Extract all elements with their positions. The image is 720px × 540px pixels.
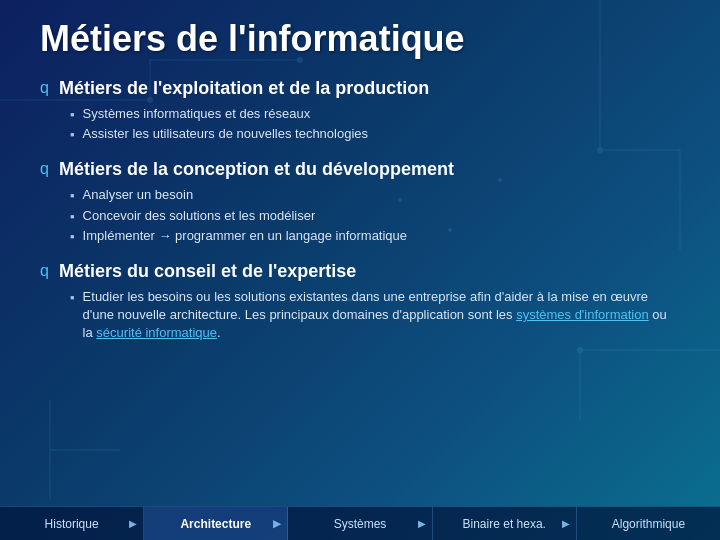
sub-item-text: Concevoir des solutions et les modéliser [83, 207, 316, 225]
sub-bullet-icon: ▪ [70, 209, 75, 224]
section-exploitation: q Métiers de l'exploitation et de la pro… [40, 78, 680, 145]
slide: Métiers de l'informatique q Métiers de l… [0, 0, 720, 540]
nav-separator-1: ▶ [129, 518, 137, 529]
sub-bullet-icon: ▪ [70, 127, 75, 142]
sub-item-text: Implémenter → programmer en un langage i… [83, 227, 407, 245]
nav-label-algorithmique: Algorithmique [612, 517, 685, 531]
nav-item-systemes[interactable]: Systèmes ▶ [288, 507, 432, 540]
link-securite-informatique[interactable]: sécurité informatique [96, 325, 217, 340]
sub-bullet-icon: ▪ [70, 188, 75, 203]
section-2-title: Métiers de la conception et du développe… [59, 159, 454, 180]
section-2-heading: q Métiers de la conception et du dévelop… [40, 159, 680, 180]
section-conception: q Métiers de la conception et du dévelop… [40, 159, 680, 247]
list-item: ▪ Implémenter → programmer en un langage… [70, 227, 680, 245]
sub-bullet-icon: ▪ [70, 290, 75, 305]
bottom-navigation: Historique ▶ Architecture ▶ Systèmes ▶ B… [0, 506, 720, 540]
nav-separator-4: ▶ [562, 518, 570, 529]
list-item: ▪ Concevoir des solutions et les modélis… [70, 207, 680, 225]
link-systemes-information[interactable]: systèmes d'information [516, 307, 649, 322]
nav-label-architecture: Architecture [180, 517, 251, 531]
nav-label-historique: Historique [45, 517, 99, 531]
sub-bullet-icon: ▪ [70, 107, 75, 122]
bullet-q-2: q [40, 160, 49, 178]
bullet-q-3: q [40, 262, 49, 280]
section-3-title: Métiers du conseil et de l'expertise [59, 261, 356, 282]
nav-separator-3: ▶ [418, 518, 426, 529]
section-1-title: Métiers de l'exploitation et de la produ… [59, 78, 429, 99]
nav-item-architecture[interactable]: Architecture ▶ [144, 507, 288, 540]
sub-item-text: Systèmes informatiques et des réseaux [83, 105, 311, 123]
list-item: ▪ Analyser un besoin [70, 186, 680, 204]
section-3-items: ▪ Etudier les besoins ou les solutions e… [70, 288, 680, 343]
main-content: Métiers de l'informatique q Métiers de l… [0, 0, 720, 506]
section-2-items: ▪ Analyser un besoin ▪ Concevoir des sol… [70, 186, 680, 245]
nav-label-systemes: Systèmes [334, 517, 387, 531]
section-1-items: ▪ Systèmes informatiques et des réseaux … [70, 105, 680, 143]
nav-separator-2: ▶ [273, 518, 281, 529]
sub-item-text: Assister les utilisateurs de nouvelles t… [83, 125, 368, 143]
list-item: ▪ Assister les utilisateurs de nouvelles… [70, 125, 680, 143]
nav-item-algorithmique[interactable]: Algorithmique [577, 507, 720, 540]
sub-bullet-icon: ▪ [70, 229, 75, 244]
section-conseil: q Métiers du conseil et de l'expertise ▪… [40, 261, 680, 345]
nav-item-historique[interactable]: Historique ▶ [0, 507, 144, 540]
nav-label-binaire: Binaire et hexa. [463, 517, 546, 531]
bullet-q-1: q [40, 79, 49, 97]
section-3-heading: q Métiers du conseil et de l'expertise [40, 261, 680, 282]
list-item: ▪ Etudier les besoins ou les solutions e… [70, 288, 680, 343]
sub-item-text: Etudier les besoins ou les solutions exi… [83, 288, 680, 343]
slide-title: Métiers de l'informatique [40, 18, 680, 60]
list-item: ▪ Systèmes informatiques et des réseaux [70, 105, 680, 123]
sub-item-text: Analyser un besoin [83, 186, 194, 204]
nav-item-binaire[interactable]: Binaire et hexa. ▶ [433, 507, 577, 540]
section-1-heading: q Métiers de l'exploitation et de la pro… [40, 78, 680, 99]
